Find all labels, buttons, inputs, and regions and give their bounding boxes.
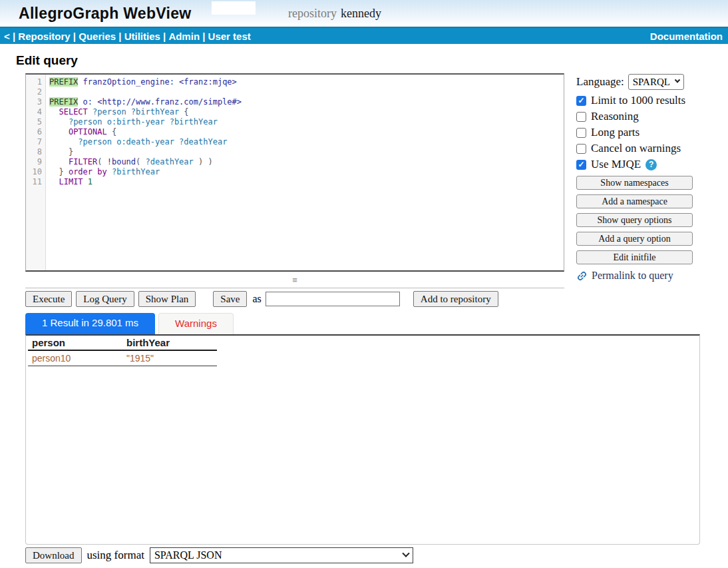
column-header-person: person <box>28 336 122 350</box>
code-line: } <box>49 147 564 157</box>
token-var: ?person <box>69 117 102 127</box>
checkbox-label: Use MJQE <box>591 158 641 171</box>
token-decl: o: <box>83 97 92 107</box>
link-icon <box>574 268 590 284</box>
query-editor[interactable]: 1234567891011 PREFIX franzOption_engine:… <box>25 73 564 272</box>
nav-separator: | <box>116 31 124 42</box>
token-pln <box>49 147 69 156</box>
nav-back-button[interactable]: < <box>4 31 10 42</box>
nav-item-repository[interactable]: Repository <box>18 31 70 42</box>
line-number: 3 <box>26 97 42 107</box>
checkbox-limit-to-1000-results[interactable]: ✓ <box>576 96 586 106</box>
table-row: person10"1915" <box>28 350 217 366</box>
token-pln <box>49 127 69 137</box>
add-a-query-option-button[interactable]: Add a query option <box>576 232 693 246</box>
token-pun: ) ) <box>194 157 213 166</box>
nav-separator: | <box>71 31 79 42</box>
navbar: < | Repository | Queries | Utilities | A… <box>0 27 728 44</box>
using-format-label: using format <box>87 549 144 562</box>
help-icon[interactable]: ? <box>645 159 657 170</box>
nav-item-documentation[interactable]: Documentation <box>650 31 724 42</box>
token-var: ?birthYear <box>112 167 160 176</box>
token-pname: o:death-year <box>116 137 174 146</box>
edit-initfile-button[interactable]: Edit initfile <box>576 250 693 264</box>
result-cell-link[interactable]: person10 <box>28 350 122 366</box>
add-to-repository-button[interactable]: Add to repository <box>413 291 498 307</box>
code-line <box>49 87 564 97</box>
language-select[interactable]: SPARQL <box>628 74 684 90</box>
token-var: ?birthYear <box>170 117 218 127</box>
token-pun: } <box>59 167 68 176</box>
token-pun: { <box>179 107 188 117</box>
add-a-namespace-button[interactable]: Add a namespace <box>576 194 693 208</box>
language-select-value: SPARQL <box>633 77 670 88</box>
token-decl: franzOption_engine: <box>83 77 174 87</box>
token-pln <box>164 117 169 127</box>
token-pname: o:birth-year <box>107 117 165 127</box>
permalink-to-query[interactable]: Permalink to query <box>576 270 701 282</box>
token-pln <box>102 117 106 127</box>
repository-indicator: repositorykennedy <box>288 7 381 21</box>
token-pun: } <box>69 147 73 156</box>
token-uri: <http://www.franz.com/simple#> <box>97 97 242 107</box>
token-var: ?person <box>78 137 112 146</box>
show-plan-button[interactable]: Show Plan <box>138 291 196 307</box>
option-checkbox-list: ✓Limit to 1000 resultsReasoningLong part… <box>576 95 701 170</box>
tab-warnings[interactable]: Warnings <box>158 313 234 334</box>
checkbox-long-parts[interactable] <box>576 128 586 138</box>
show-query-options-button[interactable]: Show query options <box>576 213 693 227</box>
line-number: 2 <box>26 87 42 97</box>
token-var: ?deathYear <box>146 157 194 166</box>
resize-grip-icon: ≡ <box>292 277 297 284</box>
editor-code-area[interactable]: PREFIX franzOption_engine: <franz:mjqe>P… <box>46 75 564 270</box>
token-num: 1 <box>88 177 92 186</box>
language-label: Language: <box>576 75 624 89</box>
format-select[interactable]: SPARQL JSON <box>150 547 413 563</box>
download-button[interactable]: Download <box>25 547 82 563</box>
token-pun: { <box>107 127 116 137</box>
nav-separator: | <box>160 31 169 42</box>
token-pln <box>49 177 59 186</box>
token-pln <box>49 157 69 166</box>
code-line: OPTIONAL { <box>49 127 564 137</box>
line-number: 4 <box>26 107 42 117</box>
token-pln <box>107 167 112 176</box>
nav-menu: < | Repository | Queries | Utilities | A… <box>4 31 251 42</box>
editor-resize-handle[interactable]: ≡ <box>25 273 564 288</box>
checkbox-cancel-on-warnings[interactable] <box>576 144 586 154</box>
token-pln <box>49 117 69 127</box>
token-pln <box>49 137 78 146</box>
repository-label: repository <box>288 7 337 20</box>
tab-results[interactable]: 1 Result in 29.801 ms <box>25 313 155 334</box>
nav-item-user-test[interactable]: User test <box>208 31 251 42</box>
code-line: ?person o:birth-year ?birthYear <box>49 117 564 127</box>
download-row: Download using format SPARQL JSON <box>25 547 413 563</box>
line-number: 11 <box>26 177 42 187</box>
log-query-button[interactable]: Log Query <box>76 291 134 307</box>
option-row-reasoning: Reasoning <box>576 111 701 122</box>
nav-item-admin[interactable]: Admin <box>168 31 200 42</box>
nav-item-utilities[interactable]: Utilities <box>124 31 160 42</box>
token-kw: LIMIT <box>59 177 83 186</box>
token-pln <box>78 77 83 87</box>
token-var: ?person <box>92 107 126 117</box>
option-row-limit-to-1000-results: ✓Limit to 1000 results <box>576 95 701 106</box>
code-line: FILTER( !bound( ?deathYear ) ) <box>49 157 564 167</box>
repository-name: kennedy <box>341 7 381 20</box>
token-pln <box>83 177 88 186</box>
line-number: 8 <box>26 147 42 157</box>
code-line: SELECT ?person ?birthYear { <box>49 107 564 117</box>
results-tabs: 1 Result in 29.801 ms Warnings <box>25 313 234 334</box>
line-number: 6 <box>26 127 42 137</box>
token-kw: FILTER <box>69 157 97 166</box>
nav-item-queries[interactable]: Queries <box>79 31 116 42</box>
code-line: ?person o:death-year ?deathYear <box>49 137 564 147</box>
show-namespaces-button[interactable]: Show namespaces <box>576 176 693 190</box>
execute-button[interactable]: Execute <box>25 291 72 307</box>
save-button[interactable]: Save <box>213 291 247 307</box>
checkbox-use-mjqe[interactable]: ✓ <box>576 160 586 170</box>
token-pln <box>126 107 131 117</box>
token-pln <box>49 167 59 176</box>
checkbox-reasoning[interactable] <box>576 112 586 122</box>
save-name-input[interactable] <box>266 292 400 306</box>
